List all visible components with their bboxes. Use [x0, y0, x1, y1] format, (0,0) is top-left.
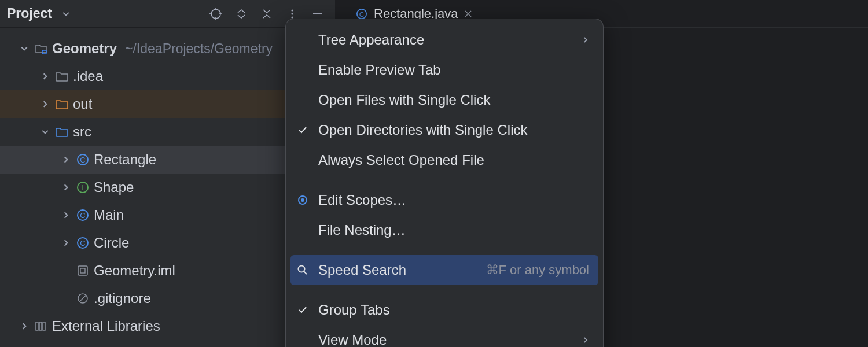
folder-name: .idea	[73, 68, 103, 84]
module-file-icon	[76, 264, 89, 277]
menu-divider	[286, 250, 603, 250]
chevron-right-icon	[582, 337, 589, 344]
class-name: Shape	[94, 179, 134, 195]
svg-rect-23	[39, 322, 42, 330]
search-icon	[295, 264, 310, 276]
chevron-right-icon[interactable]	[60, 182, 72, 193]
source-folder-icon	[56, 125, 68, 138]
class-icon: C	[76, 237, 89, 249]
menu-divider	[286, 290, 603, 290]
sidebar-header: Project	[0, 0, 335, 28]
target-icon[interactable]	[205, 3, 226, 24]
chevron-right-icon[interactable]	[39, 98, 51, 110]
class-name: Rectangle	[94, 152, 156, 168]
scopes-icon	[295, 194, 310, 206]
svg-text:C: C	[80, 156, 85, 164]
svg-rect-18	[78, 266, 87, 275]
check-icon	[295, 125, 310, 135]
project-name: Geometry	[52, 40, 117, 57]
menu-shortcut: ⌘F or any symbol	[486, 263, 590, 278]
svg-point-5	[291, 9, 293, 11]
chevron-down-icon[interactable]	[39, 126, 51, 138]
interface-icon: I	[76, 181, 89, 194]
menu-open-dirs-single-click[interactable]: Open Directories with Single Click	[286, 115, 603, 145]
chevron-right-icon[interactable]	[39, 71, 51, 82]
libraries-icon	[35, 320, 47, 333]
menu-group-tabs[interactable]: Group Tabs	[286, 295, 603, 325]
svg-rect-19	[80, 268, 85, 273]
chevron-right-icon[interactable]	[60, 237, 72, 249]
svg-text:I: I	[82, 183, 84, 192]
svg-point-28	[301, 198, 304, 202]
svg-point-7	[291, 16, 293, 18]
chevron-right-icon[interactable]	[60, 154, 72, 165]
project-path: ~/IdeaProjects/Geometry	[125, 41, 273, 57]
menu-open-files-single-click[interactable]: Open Files with Single Click	[286, 85, 603, 115]
class-icon: C	[76, 209, 89, 222]
svg-text:C: C	[80, 239, 85, 248]
svg-text:C: C	[359, 10, 365, 18]
tree-options-menu: Tree Appearance Enable Preview Tab Open …	[285, 19, 604, 347]
chevron-down-icon[interactable]	[60, 8, 72, 20]
svg-point-6	[291, 13, 293, 14]
chevron-down-icon[interactable]	[19, 43, 30, 54]
class-icon: C	[76, 153, 89, 166]
chevron-right-icon	[582, 36, 589, 43]
menu-edit-scopes[interactable]: Edit Scopes…	[286, 185, 603, 215]
file-name: Geometry.iml	[94, 263, 175, 279]
sidebar-title[interactable]: Project	[7, 6, 52, 21]
ignore-file-icon	[76, 292, 89, 305]
class-name: Circle	[94, 235, 129, 251]
svg-point-29	[299, 266, 305, 272]
collapse-all-icon[interactable]	[256, 3, 277, 24]
svg-point-0	[211, 9, 220, 19]
svg-rect-9	[42, 50, 46, 54]
menu-speed-search[interactable]: Speed Search ⌘F or any symbol	[290, 255, 598, 285]
folder-icon	[56, 70, 68, 83]
svg-line-21	[80, 296, 86, 301]
check-icon	[295, 305, 310, 315]
external-libraries-label: External Libraries	[52, 318, 160, 334]
file-name: .gitignore	[94, 290, 151, 307]
svg-rect-24	[43, 322, 45, 330]
module-folder-icon	[35, 42, 47, 55]
menu-file-nesting[interactable]: File Nesting…	[286, 215, 603, 245]
menu-enable-preview-tab[interactable]: Enable Preview Tab	[286, 55, 603, 85]
folder-name: src	[73, 124, 91, 140]
chevron-right-icon[interactable]	[19, 320, 30, 332]
svg-text:C: C	[80, 211, 85, 220]
chevron-right-icon[interactable]	[60, 209, 72, 221]
excluded-folder-icon	[56, 98, 68, 110]
svg-line-30	[304, 271, 307, 274]
close-icon[interactable]	[464, 10, 472, 18]
svg-rect-22	[36, 322, 38, 330]
expand-all-icon[interactable]	[231, 3, 252, 24]
class-name: Main	[94, 207, 124, 223]
folder-name: out	[73, 96, 92, 112]
menu-always-select-opened[interactable]: Always Select Opened File	[286, 145, 603, 175]
menu-view-mode[interactable]: View Mode	[286, 325, 603, 347]
menu-tree-appearance[interactable]: Tree Appearance	[286, 25, 603, 55]
menu-divider	[286, 180, 603, 180]
